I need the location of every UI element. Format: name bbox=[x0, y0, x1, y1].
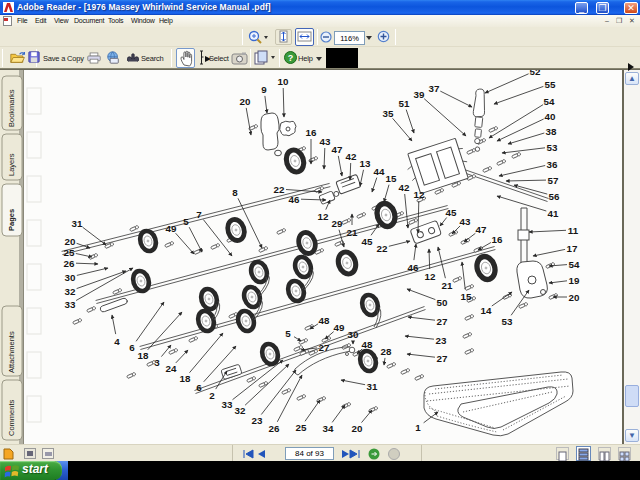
svg-text:49: 49 bbox=[334, 322, 345, 333]
svg-text:47: 47 bbox=[332, 144, 343, 155]
svg-text:20: 20 bbox=[569, 292, 580, 303]
svg-text:20: 20 bbox=[352, 423, 363, 434]
svg-text:25: 25 bbox=[296, 422, 307, 433]
svg-text:25: 25 bbox=[64, 247, 75, 258]
svg-text:Comments: Comments bbox=[7, 399, 16, 436]
svg-text:12: 12 bbox=[414, 189, 425, 200]
svg-text:45: 45 bbox=[446, 207, 457, 218]
svg-text:21: 21 bbox=[347, 227, 358, 238]
svg-text:31: 31 bbox=[367, 381, 378, 392]
svg-text:56: 56 bbox=[549, 191, 560, 202]
svg-text:40: 40 bbox=[545, 111, 556, 122]
svg-text:35: 35 bbox=[383, 108, 394, 119]
svg-text:53: 53 bbox=[502, 316, 513, 327]
svg-text:39: 39 bbox=[414, 89, 425, 100]
svg-text:Bookmarks: Bookmarks bbox=[7, 89, 16, 127]
svg-text:27: 27 bbox=[437, 316, 448, 327]
svg-text:48: 48 bbox=[362, 339, 373, 350]
svg-text:33: 33 bbox=[222, 399, 233, 410]
svg-text:17: 17 bbox=[567, 243, 578, 254]
svg-text:41: 41 bbox=[548, 208, 559, 219]
svg-text:22: 22 bbox=[377, 243, 388, 254]
svg-text:4: 4 bbox=[114, 336, 120, 347]
svg-text:31: 31 bbox=[72, 218, 83, 229]
svg-text:48: 48 bbox=[319, 315, 330, 326]
svg-text:24: 24 bbox=[166, 363, 177, 374]
svg-text:23: 23 bbox=[436, 335, 447, 346]
svg-text:13: 13 bbox=[360, 158, 371, 169]
svg-text:Pages: Pages bbox=[7, 209, 16, 231]
svg-text:47: 47 bbox=[476, 224, 487, 235]
svg-text:38: 38 bbox=[546, 126, 557, 137]
svg-text:54: 54 bbox=[544, 96, 555, 107]
svg-text:6: 6 bbox=[129, 342, 135, 353]
svg-text:50: 50 bbox=[437, 297, 448, 308]
svg-text:21: 21 bbox=[442, 280, 453, 291]
svg-text:34: 34 bbox=[323, 423, 334, 434]
svg-text:44: 44 bbox=[374, 166, 385, 177]
svg-text:22: 22 bbox=[274, 184, 285, 195]
svg-text:54: 54 bbox=[569, 259, 580, 270]
svg-text:29: 29 bbox=[332, 218, 343, 229]
svg-text:5: 5 bbox=[183, 216, 189, 227]
svg-text:42: 42 bbox=[346, 151, 357, 162]
svg-text:7: 7 bbox=[196, 209, 202, 220]
svg-text:46: 46 bbox=[408, 262, 419, 273]
svg-text:Layers: Layers bbox=[7, 153, 16, 176]
svg-text:10: 10 bbox=[278, 76, 289, 87]
svg-text:16: 16 bbox=[492, 234, 503, 245]
svg-text:37: 37 bbox=[429, 83, 440, 94]
svg-text:9: 9 bbox=[261, 84, 267, 95]
svg-text:26: 26 bbox=[269, 423, 280, 434]
svg-text:3: 3 bbox=[154, 357, 160, 368]
svg-text:36: 36 bbox=[547, 159, 558, 170]
svg-text:53: 53 bbox=[547, 142, 558, 153]
svg-text:20: 20 bbox=[65, 236, 76, 247]
svg-text:45: 45 bbox=[362, 236, 373, 247]
svg-text:Attachments: Attachments bbox=[7, 331, 16, 373]
svg-text:12: 12 bbox=[318, 211, 329, 222]
svg-text:42: 42 bbox=[399, 182, 410, 193]
svg-text:18: 18 bbox=[180, 373, 191, 384]
svg-text:6: 6 bbox=[196, 382, 202, 393]
svg-text:32: 32 bbox=[235, 405, 246, 416]
svg-text:23: 23 bbox=[252, 415, 263, 426]
svg-text:11: 11 bbox=[568, 225, 579, 236]
svg-text:52: 52 bbox=[530, 70, 541, 77]
svg-text:5: 5 bbox=[285, 328, 291, 339]
svg-text:30: 30 bbox=[348, 329, 359, 340]
svg-text:18: 18 bbox=[138, 350, 149, 361]
svg-text:12: 12 bbox=[425, 271, 436, 282]
svg-text:1: 1 bbox=[415, 422, 421, 433]
svg-text:46: 46 bbox=[289, 194, 300, 205]
svg-text:8: 8 bbox=[232, 187, 238, 198]
svg-text:30: 30 bbox=[65, 272, 76, 283]
svg-text:32: 32 bbox=[65, 286, 76, 297]
svg-text:2: 2 bbox=[209, 390, 215, 401]
svg-text:20: 20 bbox=[240, 96, 251, 107]
svg-text:15: 15 bbox=[461, 291, 472, 302]
svg-text:57: 57 bbox=[548, 175, 559, 186]
svg-text:43: 43 bbox=[460, 216, 471, 227]
svg-text:27: 27 bbox=[437, 353, 448, 364]
svg-text:26: 26 bbox=[64, 258, 75, 269]
svg-text:15: 15 bbox=[386, 173, 397, 184]
svg-text:?: ? bbox=[288, 53, 294, 63]
svg-text:27: 27 bbox=[319, 342, 330, 353]
svg-text:51: 51 bbox=[399, 98, 410, 109]
svg-text:14: 14 bbox=[481, 305, 492, 316]
svg-text:43: 43 bbox=[320, 136, 331, 147]
svg-text:16: 16 bbox=[306, 127, 317, 138]
svg-text:19: 19 bbox=[569, 275, 580, 286]
svg-text:55: 55 bbox=[545, 79, 556, 90]
svg-text:33: 33 bbox=[65, 299, 76, 310]
svg-text:49: 49 bbox=[166, 223, 177, 234]
svg-text:28: 28 bbox=[381, 346, 392, 357]
